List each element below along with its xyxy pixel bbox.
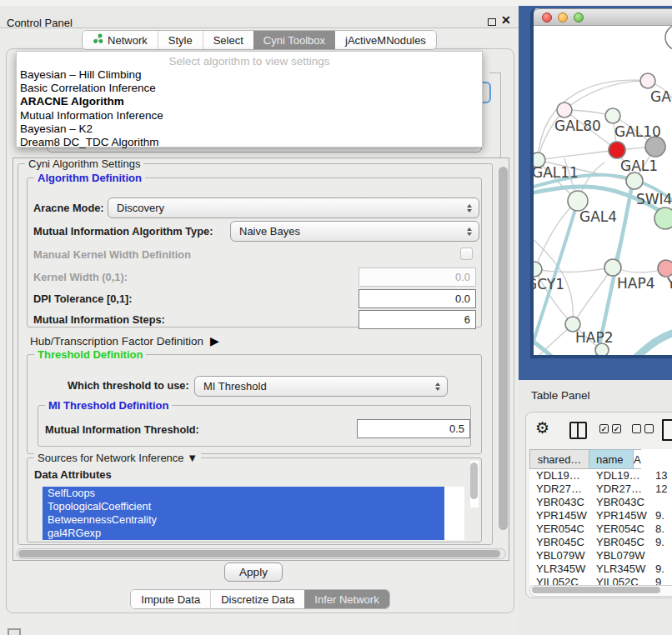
minimize-traffic-light-icon[interactable] <box>558 12 568 22</box>
float-window-icon[interactable] <box>488 18 496 26</box>
cell-shared-name: YBL079W <box>529 549 589 562</box>
unchecked-pair-icon[interactable] <box>632 424 654 433</box>
table-row[interactable]: YER054C YER054C 8. <box>529 522 672 536</box>
table-horizontal-scrollbar[interactable] <box>529 585 672 597</box>
which-threshold-select[interactable]: MI Threshold <box>194 376 448 397</box>
collapse-arrow-icon[interactable]: ▼ <box>187 452 198 464</box>
stepper-icon <box>467 204 472 212</box>
table-row[interactable]: YDL19… YDL19… 13 <box>529 469 672 482</box>
network-node[interactable] <box>640 73 655 88</box>
mi-threshold-input[interactable]: 0.5 <box>357 419 470 438</box>
settings-horizontal-scrollbar[interactable] <box>16 548 506 559</box>
algorithm-definition-title: Algorithm Definition <box>34 172 145 184</box>
bottom-tab[interactable]: Discretize Data <box>210 590 304 608</box>
network-edge[interactable] <box>538 150 617 160</box>
network-node[interactable] <box>609 142 625 158</box>
manual-kernel-checkbox[interactable] <box>460 248 473 260</box>
dropdown-option[interactable]: Basic Correlation Inference <box>17 82 482 95</box>
settings-scroll-viewport: Cyni Algorithm Settings Algorithm Defini… <box>13 158 509 561</box>
attribute-item[interactable]: SelfLoops <box>43 487 444 500</box>
dropdown-option[interactable]: Bayesian – Hill Climbing <box>17 68 482 82</box>
scrollbar-thumb[interactable] <box>532 587 660 593</box>
table-row[interactable]: YBL079W YBL079W <box>529 549 672 562</box>
table-column-header[interactable]: A <box>633 449 641 469</box>
table-row[interactable]: YIL052C YIL052C 9 <box>529 576 672 585</box>
table-column-header[interactable]: shared… <box>529 449 589 469</box>
partial-corner-icon[interactable] <box>8 628 21 635</box>
network-view-window[interactable]: GALGAL80GAL10GAL1GAL11SWI4GAL4GCY1HAP4YH… <box>530 8 672 358</box>
mi-steps-input[interactable]: 6 <box>359 310 476 329</box>
cyni-settings-group: Cyni Algorithm Settings Algorithm Defini… <box>18 163 493 545</box>
control-panel-tab[interactable]: Cyni Toolbox <box>253 31 335 49</box>
control-panel-tab[interactable]: jActiveMNodules <box>335 31 436 49</box>
network-window-titlebar[interactable] <box>534 8 672 26</box>
attribute-item[interactable]: gal4RGexp <box>43 527 444 540</box>
dropdown-option[interactable]: ARACNE Algorithm <box>17 95 482 108</box>
checked-box-icon: ✓ <box>612 424 621 433</box>
network-node[interactable] <box>665 26 672 50</box>
network-node[interactable] <box>604 259 621 276</box>
table-panel-title: Table Panel <box>519 380 672 411</box>
cell-shared-name: YIL052C <box>529 576 589 585</box>
zoom-traffic-light-icon[interactable] <box>574 12 584 22</box>
network-edge[interactable] <box>564 81 648 110</box>
table-header-row: shared… name A <box>529 449 672 469</box>
cell-value: 9. <box>649 562 672 576</box>
cell-value <box>649 496 672 509</box>
aracne-mode-select[interactable]: Discovery <box>108 198 479 218</box>
scrollbar-thumb[interactable] <box>470 462 478 499</box>
tab-label: Select <box>213 34 243 47</box>
checked-pair-icon[interactable]: ✓ ✓ <box>599 424 621 433</box>
mi-threshold-title: MI Threshold Definition <box>45 399 172 412</box>
table-row[interactable]: YDR27… YDR27… 12 <box>529 482 672 496</box>
network-node[interactable] <box>557 102 572 118</box>
network-node[interactable] <box>658 260 672 277</box>
table-row[interactable]: YBR043C YBR043C <box>529 496 672 509</box>
manual-kernel-label: Manual Kernel Width Definition <box>33 248 191 261</box>
network-edge[interactable] <box>534 268 613 272</box>
network-node[interactable] <box>654 208 672 229</box>
close-traffic-light-icon[interactable] <box>542 12 552 22</box>
scrollbar-thumb[interactable] <box>18 550 500 558</box>
hub-definition-expander[interactable]: Hub/Transcription Factor Definition ▶ <box>30 334 219 348</box>
unchecked-box-icon <box>644 424 654 433</box>
attributes-scrollbar[interactable] <box>470 461 479 508</box>
dpi-tolerance-input[interactable]: 0.0 <box>359 289 476 308</box>
network-node[interactable] <box>626 172 643 189</box>
attribute-item[interactable]: BetweennessCentrality <box>43 513 444 527</box>
network-node-label: Y <box>666 275 672 292</box>
close-icon[interactable]: ✕ <box>501 13 511 27</box>
table-column-header[interactable]: name <box>589 449 633 469</box>
split-columns-icon[interactable] <box>569 422 587 439</box>
network-canvas[interactable]: GALGAL80GAL10GAL1GAL11SWI4GAL4GCY1HAP4YH… <box>534 26 672 355</box>
bottom-tab[interactable]: Impute Data <box>131 590 210 608</box>
cell-value <box>649 549 672 562</box>
document-icon[interactable] <box>662 419 672 441</box>
table-row[interactable]: YBR045C YBR045C 9. <box>529 536 672 549</box>
sources-group: Sources for Network Inference ▼ Data Att… <box>27 458 482 542</box>
network-node[interactable] <box>534 262 542 277</box>
control-panel-tab[interactable]: Network <box>83 31 158 49</box>
dropdown-option[interactable]: Mutual Information Inference <box>17 109 482 122</box>
mi-threshold-group: MI Threshold Definition Mutual Informati… <box>38 405 471 447</box>
apply-button[interactable]: Apply <box>224 562 283 582</box>
gear-icon[interactable]: ⚙ <box>535 418 549 438</box>
network-edge[interactable] <box>635 333 672 355</box>
mi-type-select[interactable]: Naive Bayes <box>230 221 479 242</box>
kernel-width-input[interactable]: 0.0 <box>359 268 476 287</box>
bottom-tab[interactable]: Infer Network <box>304 590 389 608</box>
table-row[interactable]: YPR145W YPR145W 9. <box>529 509 672 522</box>
network-node[interactable] <box>605 108 620 123</box>
dropdown-option[interactable]: Dream8 DC_TDC Algorithm <box>17 136 482 149</box>
data-attributes-label: Data Attributes <box>34 468 112 481</box>
control-panel-tab[interactable]: Select <box>203 31 253 49</box>
table-row[interactable]: YLR345W YLR345W 9. <box>529 562 672 576</box>
attribute-item[interactable]: TopologicalCoefficient <box>43 500 444 513</box>
cell-name: YDL19… <box>589 469 649 482</box>
network-edge[interactable] <box>534 342 554 355</box>
control-panel-tab[interactable]: Style <box>158 31 203 49</box>
network-edge[interactable] <box>534 201 578 269</box>
bottom-tab-bar: Impute Data Discretize Data Infer Networ… <box>7 589 514 609</box>
settings-vertical-scrollbar[interactable] <box>499 167 508 530</box>
dropdown-option[interactable]: Bayesian – K2 <box>17 122 482 136</box>
